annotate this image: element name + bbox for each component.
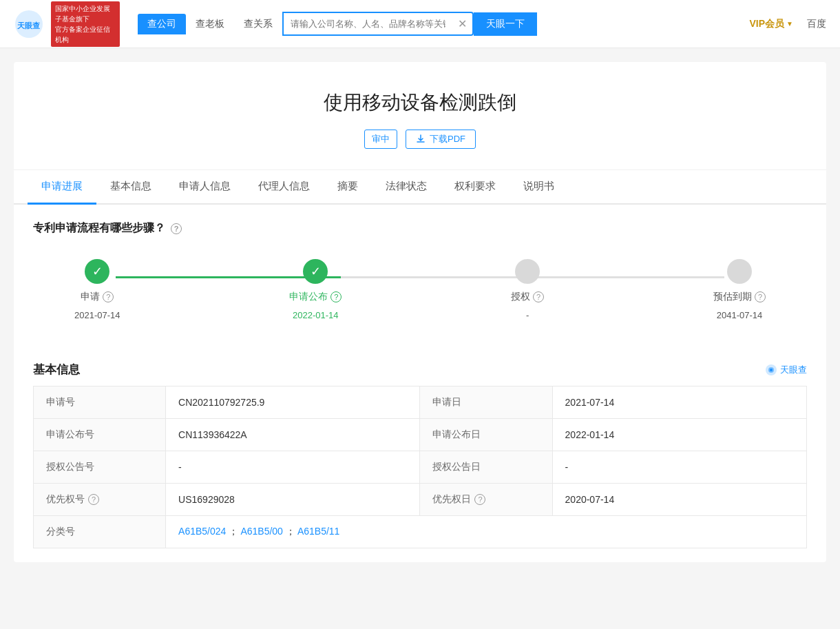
search-button[interactable]: 天眼一下: [474, 12, 537, 36]
tianyancha-logo-icon: 天眼查: [14, 9, 44, 39]
download-icon: [416, 134, 426, 144]
table-row: 授权公告号 - 授权公告日 -: [34, 451, 807, 484]
header-right: VIP会员 ▼ 百度: [750, 18, 826, 30]
step-date-expiry: 2041-07-14: [717, 310, 763, 320]
label-application-number: 申请号: [34, 386, 166, 419]
step-circle-done-pub: ✓: [303, 259, 328, 284]
classification-link-1[interactable]: A61B5/024: [178, 526, 226, 537]
tab-search-relation[interactable]: 查关系: [234, 14, 282, 34]
step-date-authorization: -: [526, 310, 529, 320]
value-pub-date: 2022-01-14: [552, 419, 806, 451]
step-circle-done: ✓: [85, 259, 109, 284]
label-classification: 分类号: [34, 516, 166, 548]
step-circle-pending-exp: [727, 259, 752, 284]
tab-legal-status[interactable]: 法律状态: [372, 170, 441, 205]
logo-area: 天眼查 国家中小企业发展子基金旗下 官方备案企业征信机构: [14, 1, 124, 47]
tianyancha-small-logo-icon: [765, 364, 777, 376]
table-row: 申请公布号 CN113936422A 申请公布日 2022-01-14: [34, 419, 807, 451]
patent-title-area: 使用移动设备检测跌倒 审中 下载PDF: [14, 62, 826, 170]
help-icon[interactable]: ?: [171, 223, 182, 234]
step-help-icon-exp[interactable]: ?: [755, 291, 766, 302]
value-pub-number: CN113936422A: [166, 419, 420, 451]
basic-info-table: 申请号 CN202110792725.9 申请日 2021-07-14 申请公布…: [33, 386, 807, 548]
classification-link-3[interactable]: A61B5/11: [297, 526, 340, 537]
svg-text:天眼查: 天眼查: [17, 21, 40, 30]
value-priority-date: 2020-07-14: [552, 484, 806, 516]
main-content: 使用移动设备检测跌倒 审中 下载PDF 申请进展 基本信息 申请人信息 代理人信…: [14, 62, 826, 562]
basic-info-header: 基本信息 天眼查: [14, 351, 826, 386]
search-input-wrap: ✕: [282, 12, 474, 36]
value-application-number: CN202110792725.9: [166, 386, 420, 419]
label-priority-date: 优先权日 ?: [420, 484, 552, 516]
label-pub-date: 申请公布日: [420, 419, 552, 451]
value-classification: A61B5/024 ； A61B5/00 ； A61B5/11: [166, 516, 807, 548]
priority-help-icon[interactable]: ?: [88, 494, 99, 505]
table-row: 分类号 A61B5/024 ； A61B5/00 ； A61B5/11: [34, 516, 807, 548]
step-label-expiry: 预估到期 ?: [713, 291, 766, 303]
tab-description[interactable]: 说明书: [510, 170, 568, 205]
step-publication: ✓ 申请公布 ? 2022-01-14: [289, 259, 342, 320]
tab-claims[interactable]: 权利要求: [441, 170, 510, 205]
label-pub-number: 申请公布号: [34, 419, 166, 451]
logo-badge: 国家中小企业发展子基金旗下 官方备案企业征信机构: [51, 1, 120, 47]
value-priority-number: US16929028: [166, 484, 420, 516]
step-circle-pending-auth: [515, 259, 540, 284]
header: 天眼查 国家中小企业发展子基金旗下 官方备案企业征信机构 查公司 查老板 查关系…: [0, 0, 840, 48]
clear-icon[interactable]: ✕: [452, 17, 472, 30]
value-grant-date: -: [552, 451, 806, 484]
baidu-link[interactable]: 百度: [807, 18, 826, 30]
patent-title: 使用移动设备检测跌倒: [28, 90, 812, 116]
tab-basic-info[interactable]: 基本信息: [96, 170, 165, 205]
step-date-application: 2021-07-14: [74, 310, 120, 320]
basic-info-title: 基本信息: [33, 362, 80, 378]
classification-link-2[interactable]: A61B5/00: [240, 526, 283, 537]
value-grant-number: -: [166, 451, 420, 484]
step-help-icon-auth[interactable]: ?: [533, 291, 544, 302]
title-badges: 审中 下载PDF: [28, 130, 812, 149]
label-grant-number: 授权公告号: [34, 451, 166, 484]
tab-abstract[interactable]: 摘要: [324, 170, 372, 205]
label-grant-date: 授权公告日: [420, 451, 552, 484]
tab-search-boss[interactable]: 查老板: [186, 14, 234, 34]
priority-date-help-icon[interactable]: ?: [474, 494, 485, 505]
tab-search-company[interactable]: 查公司: [138, 14, 186, 34]
step-label-authorization: 授权 ?: [511, 291, 544, 303]
tab-applicant-info[interactable]: 申请人信息: [165, 170, 244, 205]
nav-tabs: 查公司 查老板 查关系: [138, 14, 282, 34]
table-row: 申请号 CN202110792725.9 申请日 2021-07-14: [34, 386, 807, 419]
timeline-steps: ✓ 申请 ? 2021-07-14 ✓ 申请公布 ? 2022-01-14: [74, 259, 766, 320]
search-area: 查公司 查老板 查关系 ✕ 天眼一下: [138, 12, 537, 36]
tabs-bar: 申请进展 基本信息 申请人信息 代理人信息 摘要 法律状态 权利要求 说明书: [14, 170, 826, 205]
status-badge: 审中: [364, 130, 397, 149]
step-date-publication: 2022-01-14: [293, 310, 339, 320]
tab-application-progress[interactable]: 申请进展: [28, 170, 96, 205]
vip-label: VIP会员: [750, 18, 785, 30]
step-application: ✓ 申请 ? 2021-07-14: [74, 259, 120, 320]
label-application-date: 申请日: [420, 386, 552, 419]
step-help-icon[interactable]: ?: [103, 291, 114, 302]
progress-section-title: 专利申请流程有哪些步骤？ ?: [33, 221, 807, 236]
tianyancha-watermark: 天眼查: [765, 364, 807, 376]
step-label-application: 申请 ?: [81, 291, 114, 303]
tab-agent-info[interactable]: 代理人信息: [244, 170, 324, 205]
search-input[interactable]: [284, 13, 452, 34]
step-authorization: 授权 ? -: [511, 259, 544, 320]
download-pdf-button[interactable]: 下载PDF: [406, 130, 476, 149]
label-priority-number: 优先权号 ?: [34, 484, 166, 516]
step-help-icon-pub[interactable]: ?: [330, 291, 342, 302]
value-application-date: 2021-07-14: [552, 386, 806, 419]
vip-member-button[interactable]: VIP会员 ▼: [750, 18, 793, 30]
table-row: 优先权号 ? US16929028 优先权日 ? 2020-07-14: [34, 484, 807, 516]
step-label-publication: 申请公布 ?: [289, 291, 342, 303]
svg-point-4: [770, 369, 773, 371]
step-expiry: 预估到期 ? 2041-07-14: [713, 259, 766, 320]
progress-section: 专利申请流程有哪些步骤？ ? ✓ 申请 ? 2021-07-14: [14, 205, 826, 351]
chevron-down-icon: ▼: [786, 20, 793, 28]
progress-timeline: ✓ 申请 ? 2021-07-14 ✓ 申请公布 ? 2022-01-14: [33, 252, 807, 334]
download-label: 下载PDF: [430, 133, 465, 145]
